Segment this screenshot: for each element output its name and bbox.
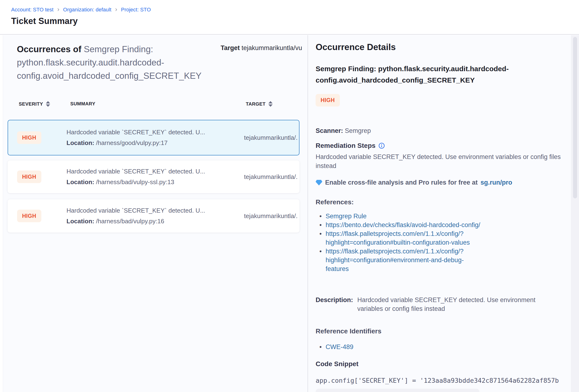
references-label: References: xyxy=(316,198,354,206)
remediation-steps-label: Remediation Steps xyxy=(316,142,375,150)
finding-title: Semgrep Finding: python.flask.security.a… xyxy=(316,63,551,86)
location-value: /harness/bad/vulpy.py:16 xyxy=(94,218,164,225)
occurrences-heading-prefix: Occurrences of xyxy=(17,44,84,54)
occurrence-target: tejakummarikuntla/. xyxy=(244,212,297,220)
occurrence-details-title: Occurrence Details xyxy=(316,42,396,52)
occurrence-target: tejakummarikuntla/. xyxy=(244,134,297,141)
target-value: tejakummarikuntla/vu xyxy=(241,44,302,52)
reference-link[interactable]: https://bento.dev/checks/flask/avoid-har… xyxy=(316,221,487,229)
column-header-severity[interactable]: SEVERITY xyxy=(19,101,50,107)
occurrences-heading: Occurrences of Semgrep Finding: python.f… xyxy=(17,43,226,83)
column-header-severity-label: SEVERITY xyxy=(19,101,43,107)
occurrence-summary-text: Hardcoded variable `SECRET_KEY` detected… xyxy=(67,207,205,214)
location-label: Location: xyxy=(67,139,94,146)
breadcrumb-organization-link[interactable]: Organization: default xyxy=(63,7,111,13)
occurrence-location: Location: /harness/bad/vulpy.py:16 xyxy=(67,218,205,225)
table-header: SEVERITY SUMMARY TARGET xyxy=(3,101,307,109)
target-label: Target xyxy=(221,44,240,52)
code-snippet-label: Code Snippet xyxy=(316,360,358,368)
severity-badge: HIGH xyxy=(17,170,41,183)
location-label: Location: xyxy=(67,218,94,225)
chevron-right-icon: › xyxy=(57,7,59,13)
severity-badge: HIGH xyxy=(17,210,41,222)
remediation-steps-header: Remediation Steps xyxy=(316,142,385,150)
occurrence-summary-text: Hardcoded variable `SECRET_KEY` detected… xyxy=(67,129,205,136)
occurrence-details-panel: Occurrence Details Semgrep Finding: pyth… xyxy=(308,35,579,392)
occurrence-location: Location: /harness/good/vulpy.py:17 xyxy=(67,139,205,147)
breadcrumb-project-link[interactable]: Project: STO xyxy=(121,7,151,13)
content-area: Occurrences of Semgrep Finding: python.f… xyxy=(3,35,579,392)
ticket-summary-page: Account: STO test › Organization: defaul… xyxy=(0,0,579,392)
scanner-row: Scanner: Semgrep xyxy=(316,127,371,135)
scanner-label: Scanner: xyxy=(316,127,343,134)
page-title: Ticket Summary xyxy=(11,16,78,26)
description-label: Description: xyxy=(316,296,353,313)
description-row: Description: Hardcoded variable SECRET_K… xyxy=(316,296,567,313)
occurrence-target: tejakummarikuntla/. xyxy=(244,173,297,181)
breadcrumb: Account: STO test › Organization: defaul… xyxy=(11,7,151,13)
pro-promo-text: Enable cross-file analysis and Pro rules… xyxy=(325,179,478,186)
column-header-summary: SUMMARY xyxy=(70,101,95,107)
sort-icon xyxy=(268,101,273,107)
description-text: Hardcoded variable SECRET_KEY detected. … xyxy=(358,296,552,313)
gem-icon xyxy=(316,180,322,186)
info-icon[interactable] xyxy=(378,142,385,149)
location-value: /harness/bad/vulpy-ssl.py:13 xyxy=(94,178,174,186)
sort-icon xyxy=(46,101,50,107)
scrollbar-track[interactable] xyxy=(571,35,579,392)
occurrence-location: Location: /harness/bad/vulpy-ssl.py:13 xyxy=(67,178,205,186)
target-line: Target tejakummarikuntla/vu xyxy=(221,44,307,53)
references-list: Semgrep Rule https://bento.dev/checks/fl… xyxy=(316,212,487,273)
cwe-link[interactable]: CWE-489 xyxy=(316,343,487,351)
code-snippet-block xyxy=(316,389,480,392)
remediation-text: Hardcoded variable SECRET_KEY detected. … xyxy=(316,152,570,170)
scrollbar-thumb[interactable] xyxy=(573,37,577,198)
code-snippet-line: app.config['SECRET_KEY'] = '123aa8a93bdd… xyxy=(316,377,572,384)
pro-promo-line: Enable cross-file analysis and Pro rules… xyxy=(316,179,512,186)
column-header-target[interactable]: TARGET xyxy=(246,101,273,107)
reference-link[interactable]: Semgrep Rule xyxy=(316,212,487,221)
pro-promo-link[interactable]: sg.run/pro xyxy=(480,179,512,186)
location-value: /harness/good/vulpy.py:17 xyxy=(94,139,168,146)
occurrence-row[interactable]: HIGH Hardcoded variable `SECRET_KEY` det… xyxy=(8,199,299,232)
occurrence-row[interactable]: HIGH Hardcoded variable `SECRET_KEY` det… xyxy=(8,160,299,193)
reference-identifiers-list: CWE-489 xyxy=(316,343,487,351)
reference-link[interactable]: https://flask.palletsprojects.com/en/1.1… xyxy=(316,229,487,247)
reference-identifiers-label: Reference Identifiers xyxy=(316,328,381,335)
occurrence-summary: Hardcoded variable `SECRET_KEY` detected… xyxy=(67,168,205,186)
column-header-summary-label: SUMMARY xyxy=(70,101,95,107)
occurrences-panel: Occurrences of Semgrep Finding: python.f… xyxy=(3,35,307,392)
occurrence-summary-text: Hardcoded variable `SECRET_KEY` detected… xyxy=(67,168,205,175)
severity-badge: HIGH xyxy=(316,94,340,107)
page-header: Account: STO test › Organization: defaul… xyxy=(0,0,579,35)
scanner-value: Semgrep xyxy=(345,127,371,134)
occurrence-row[interactable]: HIGH Hardcoded variable `SECRET_KEY` det… xyxy=(8,120,299,155)
occurrence-summary: Hardcoded variable `SECRET_KEY` detected… xyxy=(67,207,205,225)
chevron-right-icon: › xyxy=(115,7,117,13)
location-label: Location: xyxy=(67,178,94,186)
severity-badge: HIGH xyxy=(17,131,41,144)
breadcrumb-account-link[interactable]: Account: STO test xyxy=(11,7,53,13)
occurrence-summary: Hardcoded variable `SECRET_KEY` detected… xyxy=(67,129,205,147)
column-header-target-label: TARGET xyxy=(246,101,266,107)
reference-link[interactable]: https://flask.palletsprojects.com/en/1.1… xyxy=(316,247,487,273)
